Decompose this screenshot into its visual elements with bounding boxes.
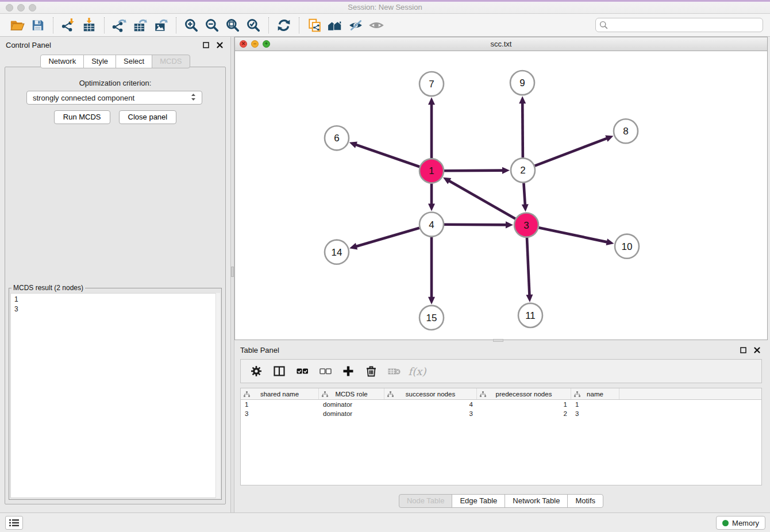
open-file-button[interactable] [8,16,26,34]
table-row[interactable]: 1dominator411 [241,400,761,409]
import-network-button[interactable] [59,16,78,34]
columns-button[interactable] [271,363,288,380]
graph-node-3[interactable]: 3 [514,213,538,237]
edge-2-3[interactable] [523,183,525,205]
graph-node-4[interactable]: 4 [419,213,444,237]
tab-select[interactable]: Select [116,55,152,68]
table-cell[interactable]: 2 [477,410,571,417]
svg-text:11: 11 [525,310,536,321]
tab-mcds[interactable]: MCDS [152,55,190,68]
edge-1-2[interactable] [444,171,503,171]
maximize-network-button[interactable]: + [263,40,270,48]
tab-motifs[interactable]: Motifs [567,494,603,508]
graph-node-6[interactable]: 6 [325,126,349,150]
column-header-shared-name[interactable]: shared name [241,388,319,399]
graph-node-10[interactable]: 10 [615,234,639,259]
edge-4-14[interactable] [356,228,419,246]
search-icon [599,21,608,31]
search-input[interactable] [595,18,763,32]
float-panel-icon[interactable] [201,40,211,49]
zoom-selected-button[interactable] [244,16,263,34]
refresh-button[interactable] [275,16,293,34]
edge-3-10[interactable] [539,228,608,242]
export-network-button[interactable] [110,16,129,34]
splitter-grip[interactable] [231,267,234,277]
graph-node-14[interactable]: 14 [325,240,349,264]
close-panel-button[interactable]: Close panel [119,110,177,124]
first-neighbors-icon [328,18,342,33]
edge-1-6[interactable] [355,144,419,167]
show-all-button[interactable] [367,16,386,34]
graph-node-8[interactable]: 8 [614,119,638,143]
network-graph[interactable]: 7968124314101511 [235,51,767,340]
delete-row-button[interactable] [363,363,380,380]
edge-2-8[interactable] [535,138,608,165]
control-panel-header: Control Panel [0,37,230,53]
memory-label: Memory [732,519,759,527]
column-header-predecessor-nodes[interactable]: predecessor nodes [477,388,571,399]
close-network-button[interactable]: ✕ [240,40,247,48]
graph-node-15[interactable]: 15 [419,306,444,330]
edge-2-9[interactable] [522,102,523,157]
column-header-successor-nodes[interactable]: successor nodes [384,388,477,399]
settings-button[interactable] [248,363,265,380]
table-row[interactable]: 3dominator323 [241,409,761,418]
table-cell[interactable]: dominator [319,401,384,408]
first-neighbors-button[interactable] [326,16,344,34]
export-image-button[interactable] [152,16,170,34]
table-cell[interactable]: dominator [319,410,384,417]
edge-3-1[interactable] [449,180,515,218]
network-window-titlebar[interactable]: ✕ − + scc.txt [234,37,768,51]
add-row-button[interactable] [340,363,357,380]
hide-selected-icon [348,18,363,33]
graph-node-11[interactable]: 11 [518,303,542,327]
mcds-result-list[interactable]: 1 3 [10,293,220,498]
float-panel-icon[interactable] [738,345,748,354]
column-header-name[interactable]: name [571,388,619,399]
tab-edge-table[interactable]: Edge Table [452,494,505,508]
result-scrollbar[interactable] [215,293,220,498]
close-panel-icon[interactable] [752,345,762,354]
graph-node-1[interactable]: 1 [419,159,444,183]
table-cell[interactable]: 1 [477,401,571,408]
tab-style[interactable]: Style [83,55,116,68]
new-network-from-selection-button[interactable] [305,16,324,34]
edge-3-11[interactable] [527,238,530,296]
memory-button[interactable]: Memory [716,516,765,530]
hide-selected-button[interactable] [346,16,365,34]
node-table[interactable]: shared nameMCDS rolesuccessor nodesprede… [240,388,762,485]
tab-network-table[interactable]: Network Table [505,494,568,508]
graph-node-7[interactable]: 7 [419,72,444,96]
network-canvas[interactable]: 7968124314101511 [234,51,768,340]
column-header-MCDS-role[interactable]: MCDS role [319,388,384,399]
delete-row-icon [364,364,378,378]
table-cell[interactable]: 1 [241,401,319,408]
graph-node-2[interactable]: 2 [511,158,535,182]
select-all-button[interactable] [294,363,311,380]
table-cell[interactable]: 4 [384,401,477,408]
import-table-button[interactable] [80,16,98,34]
table-cell[interactable]: 3 [241,410,319,417]
optimization-criterion-dropdown[interactable]: strongly connected component [26,91,202,105]
column-type-icon [322,391,328,398]
zoom-out-button[interactable] [203,16,221,34]
minimize-network-button[interactable]: − [251,40,259,48]
edge-4-3[interactable] [444,225,507,225]
close-panel-icon[interactable] [214,40,225,49]
table-cell[interactable]: 1 [571,401,619,408]
deselect-all-button[interactable] [317,363,334,380]
zoom-in-button[interactable] [182,16,201,34]
deselect-all-icon [318,364,332,378]
graph-node-9[interactable]: 9 [510,71,534,95]
task-history-button[interactable] [5,516,23,530]
vertical-splitter[interactable] [230,37,234,512]
tab-node-table[interactable]: Node Table [399,494,453,508]
export-table-button[interactable] [131,16,149,34]
table-cell[interactable]: 3 [571,410,619,417]
tab-network[interactable]: Network [40,55,84,68]
table-cell[interactable]: 3 [384,410,477,417]
save-session-button[interactable] [29,16,47,34]
run-mcds-button[interactable]: Run MCDS [54,110,110,124]
zoom-fit-button[interactable] [224,16,242,34]
zoom-in-icon [184,18,199,33]
